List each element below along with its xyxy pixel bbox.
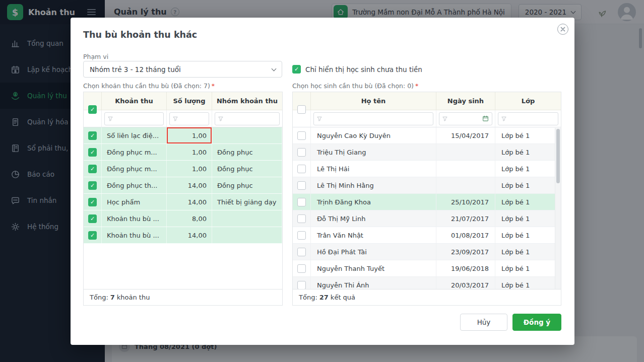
student-class: Lớp bé 1 — [495, 144, 561, 160]
fee-name-filter-input[interactable] — [104, 112, 164, 125]
student-row[interactable]: ✓ Nguyễn Thi Ánh 20/03/2017 Lớp bé 1 — [293, 277, 561, 289]
fee-qty[interactable]: 14,00 — [167, 177, 212, 193]
student-dob: 25/10/2017 — [436, 194, 495, 210]
fee-qty[interactable]: 1,00 — [167, 144, 212, 160]
fee-group: Đồng phục — [212, 161, 282, 177]
row-checkbox[interactable]: ✓ — [88, 198, 97, 206]
checkbox-checked-icon[interactable]: ✓ — [292, 65, 301, 74]
fees-table-footer: Tổng:7khoản thu — [84, 289, 282, 305]
students-table: Họ tên Ngày sinh Lớp ✓ ✓ Nguyễn Cao — [292, 92, 561, 306]
fee-row[interactable]: ✓ Học phẩm 14,00 Thiết bị giảng dạy — [84, 194, 282, 210]
student-name: Nguyễn Thi Ánh — [311, 277, 436, 289]
student-dob — [436, 177, 495, 193]
student-row[interactable]: ✓ Đỗ Thị Mỹ Linh 21/07/2017 Lớp bé 1 — [293, 210, 561, 227]
row-checkbox[interactable]: ✓ — [88, 131, 97, 140]
fees-table-body: ✓ Sổ liên lạc điệ... 1,00 ✓ Đồng phục m.… — [84, 127, 282, 289]
student-row[interactable]: ✓ Nguyễn Cao Kỳ Duyên 15/04/2017 Lớp bé … — [293, 127, 561, 144]
fees-col-header: Nhóm khoản thu — [212, 92, 282, 110]
row-checkbox[interactable]: ✓ — [297, 181, 306, 190]
students-total-count: 27 — [319, 294, 329, 301]
students-scrollbar[interactable] — [555, 128, 561, 289]
fee-row[interactable]: ✓ Khoản thu bù ... 8,00 — [84, 210, 282, 227]
fees-col-header: Số lượng — [167, 92, 212, 110]
fee-qty[interactable]: 1,00 — [167, 161, 212, 177]
fees-table: Khoản thu Số lượng Nhóm khoản thu ✓ ✓ — [83, 92, 283, 306]
row-checkbox[interactable]: ✓ — [88, 214, 97, 223]
students-col-header: Lớp — [495, 92, 561, 110]
fee-group: Đồng phục — [212, 177, 282, 193]
student-dob: 23/09/2017 — [436, 244, 495, 260]
fee-qty[interactable]: 8,00 — [167, 210, 212, 227]
student-name: Lê Thị Hải — [311, 161, 436, 177]
row-checkbox[interactable]: ✓ — [88, 181, 97, 190]
row-checkbox[interactable]: ✓ — [297, 165, 306, 173]
chevron-down-icon — [272, 66, 277, 71]
fee-qty-filter-input[interactable] — [169, 112, 209, 125]
fee-qty[interactable]: 1,00 — [167, 127, 212, 143]
fee-group — [212, 127, 282, 143]
row-checkbox[interactable]: ✓ — [297, 131, 306, 140]
student-class: Lớp bé 1 — [495, 227, 561, 243]
class-filter-input[interactable] — [498, 112, 558, 125]
fee-row[interactable]: ✓ Đồng phục th... 14,00 Đồng phục — [84, 177, 282, 194]
cancel-button[interactable]: Hủy — [460, 314, 507, 331]
row-checkbox[interactable]: ✓ — [297, 214, 306, 223]
fee-group: Thiết bị giảng dạy — [212, 194, 282, 210]
students-col-header: Họ tên — [311, 92, 436, 110]
row-checkbox[interactable]: ✓ — [88, 231, 97, 240]
student-name-filter-input[interactable] — [313, 112, 433, 125]
student-row[interactable]: ✓ Trịnh Đăng Khoa 25/10/2017 Lớp bé 1 — [293, 194, 561, 210]
scope-select[interactable]: Nhóm trẻ 3 - 12 tháng tuổi — [83, 61, 282, 78]
student-row[interactable]: ✓ Triệu Thị Giang Lớp bé 1 — [293, 144, 561, 161]
modal: Thu bù khoản thu khác Phạm vi Nhóm trẻ 3… — [71, 18, 574, 345]
student-name: Nguyễn Cao Kỳ Duyên — [311, 127, 436, 143]
student-class: Lớp bé 1 — [495, 127, 561, 143]
scope-select-value: Nhóm trẻ 3 - 12 tháng tuổi — [90, 65, 181, 74]
student-row[interactable]: ✓ Lê Thị Hải Lớp bé 1 — [293, 161, 561, 177]
select-all-students-checkbox[interactable]: ✓ — [297, 105, 306, 114]
fee-name: Sổ liên lạc điệ... — [102, 127, 167, 143]
modal-title: Thu bù khoản thu khác — [83, 30, 197, 40]
fee-row[interactable]: ✓ Đồng phục m... 1,00 Đồng phục — [84, 161, 282, 177]
row-checkbox[interactable]: ✓ — [297, 198, 306, 206]
row-checkbox[interactable]: ✓ — [88, 165, 97, 173]
row-checkbox[interactable]: ✓ — [297, 248, 306, 256]
student-row[interactable]: ✓ Nguyễn Thanh Tuyết 19/06/2018 Lớp bé 1 — [293, 260, 561, 277]
fee-name: Học phẩm — [102, 194, 167, 210]
only-unpaid-checkbox[interactable]: ✓ Chỉ hiển thị học sinh chưa thu tiền — [292, 65, 422, 74]
row-checkbox[interactable]: ✓ — [297, 281, 306, 289]
close-icon[interactable] — [557, 24, 568, 35]
fees-caption: Chọn khoản thu cần thu bù (Đã chọn: 7)* — [83, 82, 215, 90]
select-all-fees-checkbox[interactable]: ✓ — [88, 105, 97, 114]
fee-qty[interactable]: 14,00 — [167, 194, 212, 210]
required-asterisk: * — [212, 82, 215, 90]
student-row[interactable]: ✓ Hồ Đại Phát Tài 23/09/2017 Lớp bé 1 — [293, 244, 561, 260]
student-dob — [436, 144, 495, 160]
fee-name: Khoản thu bù ... — [102, 227, 167, 243]
row-checkbox[interactable]: ✓ — [297, 231, 306, 240]
dob-filter-input[interactable] — [439, 112, 492, 125]
student-name: Lê Thị Minh Hằng — [311, 177, 436, 193]
student-name: Triệu Thị Giang — [311, 144, 436, 160]
fee-qty[interactable]: 14,00 — [167, 227, 212, 243]
student-class: Lớp bé 1 — [495, 277, 561, 289]
fee-row[interactable]: ✓ Sổ liên lạc điệ... 1,00 — [84, 127, 282, 144]
student-dob: 01/08/2017 — [436, 227, 495, 243]
fee-group — [212, 227, 282, 243]
fees-total-count: 7 — [110, 294, 115, 301]
scrollbar-thumb[interactable] — [556, 129, 560, 183]
student-class: Lớp bé 1 — [495, 244, 561, 260]
fee-row[interactable]: ✓ Đồng phục m... 1,00 Đồng phục — [84, 144, 282, 161]
student-row[interactable]: ✓ Trân Văn Nhật 01/08/2017 Lớp bé 1 — [293, 227, 561, 244]
row-checkbox[interactable]: ✓ — [297, 264, 306, 273]
fee-group: Đồng phục — [212, 144, 282, 160]
fee-row[interactable]: ✓ Khoản thu bù ... 14,00 — [84, 227, 282, 244]
row-checkbox[interactable]: ✓ — [88, 148, 97, 157]
confirm-button[interactable]: Đồng ý — [512, 314, 561, 331]
student-row[interactable]: ✓ Lê Thị Minh Hằng Lớp bé 1 — [293, 177, 561, 194]
student-class: Lớp bé 1 — [495, 161, 561, 177]
row-checkbox[interactable]: ✓ — [297, 148, 306, 157]
fees-col-header: Khoản thu — [102, 92, 167, 110]
fee-group-filter-input[interactable] — [215, 112, 280, 125]
student-dob: 15/04/2017 — [436, 127, 495, 143]
